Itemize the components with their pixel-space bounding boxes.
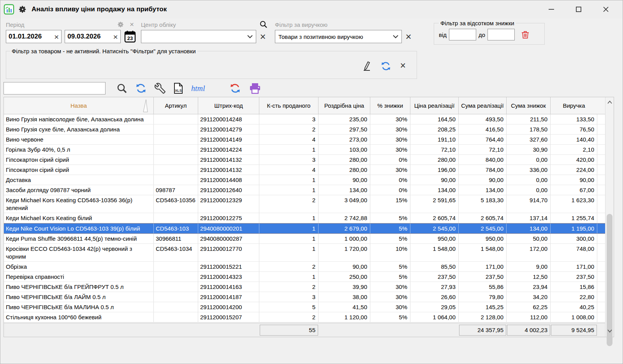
cell: Обрізка [4,262,154,271]
refresh-report-icon[interactable] [229,82,241,94]
search-input[interactable] [4,82,106,94]
cell: 2911200014408 [198,175,259,185]
table-row[interactable]: Вино Грузія напівсолодке біле, Алазанськ… [4,114,606,124]
cell: 1 [259,185,319,195]
cell: 1 255,74 [551,213,597,223]
date-to-field[interactable]: 09.03.2026 × [65,30,120,43]
cell: 30,90 [507,145,551,154]
maximize-button[interactable] [565,2,592,17]
calendar-button[interactable]: 23 [124,30,136,43]
cell: 493,50 [459,114,507,124]
product-filter-box: Фільтр за товаром - не активний. Натисні… [6,48,417,79]
table-row[interactable]: Обрізка2911200015221290,005%85,50171,009… [4,262,606,272]
cell: Кросівки ECCO CD5463-1034 42(р) червоний… [4,244,154,261]
column-header-discount-sum[interactable]: Сума знижок [507,97,551,114]
cell: 327,60 [507,135,551,144]
center-search-icon[interactable] [259,20,268,29]
minimize-button[interactable] [538,2,565,17]
refresh-icon[interactable] [135,82,147,94]
revenue-filter-select[interactable]: Товари з позитивною виручкою [275,30,402,43]
edit-pencil-icon[interactable] [362,61,372,72]
cell: 1 720,00 [319,244,370,261]
cell: Пиво ЧЕРНІГІВСЬКЕ б/а ГРЕЙПФРУТ 0.5 л [4,282,154,292]
cell: 5% [370,234,410,243]
trash-icon[interactable] [521,30,530,39]
cell: 950,00 [459,234,507,243]
period-label: Період [6,21,25,28]
table-row[interactable]: Засоби догляду 098787 чорний098787291120… [4,185,606,195]
cell: 237,50 [551,272,597,282]
table-row[interactable]: Перевірка справності29112000143231250,00… [4,272,606,282]
table-row[interactable]: Кеди Michael Kors Keating CD5463-10356 3… [4,195,606,213]
column-header-retail-price[interactable]: Роздрібна ціна [319,97,370,114]
table-row[interactable]: Стільниця кухонна 100*60 бежевий29112000… [4,312,606,322]
close-button[interactable] [592,2,619,17]
wrench-settings-icon[interactable] [155,83,165,94]
column-header-qty[interactable]: К-сть проданого [259,97,319,114]
column-header-name[interactable]: Назва [4,97,154,114]
scroll-up-arrow[interactable] [605,98,614,107]
cell: 76,50 [551,124,597,134]
cell: 1 548,00 [459,244,507,261]
product-filter-clear-icon[interactable]: × [400,61,406,72]
export-xls-icon[interactable]: XLS [173,82,183,94]
discount-percent-fieldset: Фільтр за відсотком знижки від до [434,20,545,45]
column-header-barcode[interactable]: Штрих-код [198,97,259,114]
search-icon[interactable] [116,83,127,94]
scroll-down-arrow[interactable] [605,327,614,335]
accounting-center-select[interactable] [141,30,256,43]
refresh-icon[interactable] [380,61,391,72]
discount-from-input[interactable] [449,29,476,40]
table-row[interactable]: Пиво ЧЕРНІГІВСЬКЕ б/а ГРЕЙПФРУТ 0.5 л291… [4,282,606,292]
cell [154,302,198,312]
date-to-clear-icon[interactable]: × [113,33,118,41]
cell [154,282,198,292]
cell: 840,00 [459,155,507,164]
column-header-sale-price[interactable]: Ціна реалізації [410,97,459,114]
cell: 2 605,74 [410,213,459,223]
accounting-center-clear-icon[interactable]: × [256,32,269,42]
table-row[interactable]: Пиво ЧЕРНІГІВСЬКЕ б/а МАЛИНА 0.5 л291120… [4,302,606,312]
sort-ascending-icon [143,99,148,112]
column-header-article[interactable]: Артикул [154,97,198,114]
table-row[interactable]: Горілка Зубр 40%, 0,5 л29112000142241103… [4,145,606,155]
cell: CD5463-103 [154,224,198,233]
column-header-discount-pct[interactable]: % знижки [370,97,410,114]
chevron-down-icon [247,35,253,38]
discount-to-input[interactable] [487,29,515,40]
app-window: Аналіз впливу ціни продажу на прибуток П… [0,0,623,364]
cell: 191,10 [410,135,459,144]
table-row[interactable]: Гіпсокартон сірий сірий29112000141324280… [4,165,606,175]
table-row[interactable]: Кеди Puma Shuffle 30966811 44,5(р) темно… [4,234,606,244]
period-clear-icon[interactable]: × [130,20,134,29]
cell: 62,25 [507,302,551,312]
table-row[interactable]: Доставка2911200014408190,000%90,0090,000… [4,175,606,185]
export-html-icon[interactable]: html [191,84,205,93]
cell: 134,00 [459,185,507,195]
period-settings-gear-icon[interactable] [117,21,124,28]
table-row[interactable]: Кеди Michael Kors Keating білий291120001… [4,213,606,223]
date-from-clear-icon[interactable]: × [54,33,59,41]
vertical-scrollbar[interactable] [605,97,614,337]
settings-gear-icon[interactable] [18,5,27,14]
cell: 784,00 [459,165,507,175]
column-header-sale-sum[interactable]: Сума реалізації [459,97,507,114]
cell: 2 545,00 [459,224,507,233]
table-row[interactable]: Вино червоне29112000141494273,0030%191,1… [4,135,606,145]
title-bar: Аналіз впливу ціни продажу на прибуток [0,0,623,18]
table-row[interactable]: Пиво ЧЕРНІГІВСЬКЕ б/а ЛАЙМ 0.5 л29112000… [4,292,606,302]
revenue-filter-clear-icon[interactable]: × [402,32,415,42]
print-icon[interactable] [249,82,261,94]
scrollbar-thumb[interactable] [607,214,612,346]
table-row[interactable]: Кросівки ECCO CD5463-1034 42(р) червоний… [4,244,606,262]
table-row[interactable]: Вино Грузія сухе біле, Алазанська долина… [4,124,606,135]
cell [154,124,198,134]
cell: 38,00 [319,292,370,302]
column-header-revenue[interactable]: Виручка [551,97,597,114]
cell: 1 008,00 [551,312,597,322]
cell: 134,00 [507,224,551,233]
cell: Гіпсокартон сірий сірий [4,165,154,175]
table-row[interactable]: Кеди Nike Court Vision Lo CD5463-103 39(… [4,223,606,234]
table-row[interactable]: Гіпсокартон сірий сірий29112000141323280… [4,155,606,165]
date-from-field[interactable]: 01.01.2026 × [6,30,62,43]
